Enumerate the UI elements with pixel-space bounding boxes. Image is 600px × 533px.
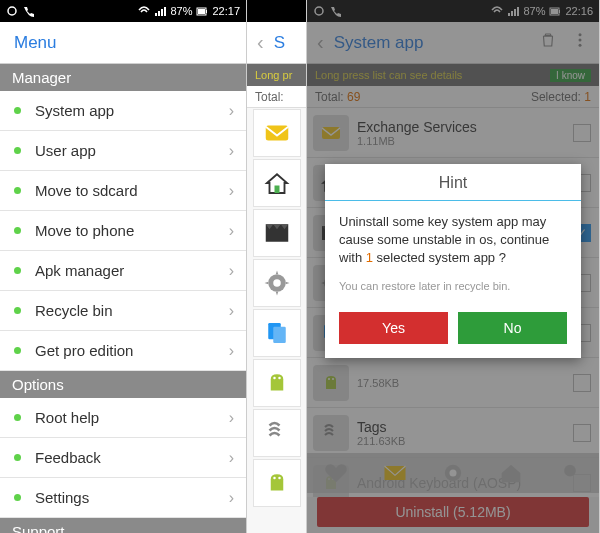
menu-item-label: Root help bbox=[35, 409, 99, 426]
menu-item-label: Apk manager bbox=[35, 262, 124, 279]
signal-icon bbox=[154, 5, 166, 17]
chevron-right-icon: › bbox=[229, 142, 234, 160]
menu-item-label: Settings bbox=[35, 489, 89, 506]
dialog-body: Uninstall some key system app may cause … bbox=[325, 201, 581, 280]
menu-item[interactable]: Apk manager› bbox=[0, 251, 246, 291]
svg-point-13 bbox=[273, 477, 276, 480]
menu-item[interactable]: Move to sdcard› bbox=[0, 171, 246, 211]
svg-rect-5 bbox=[274, 186, 279, 194]
bullet-icon bbox=[14, 347, 21, 354]
bullet-icon bbox=[14, 147, 21, 154]
bullet-icon bbox=[14, 414, 21, 421]
menu-title: Menu bbox=[0, 22, 246, 64]
bullet-icon bbox=[14, 107, 21, 114]
app-icon[interactable] bbox=[253, 259, 301, 307]
screen-list-sliver: ‹ S Long pr Total: bbox=[247, 0, 307, 533]
chevron-right-icon: › bbox=[229, 449, 234, 467]
header-title-cut: S bbox=[274, 33, 285, 53]
menu-item-label: Get pro edition bbox=[35, 342, 133, 359]
menu-item-label: Recycle bin bbox=[35, 302, 113, 319]
app-icon[interactable] bbox=[253, 459, 301, 507]
back-icon[interactable]: ‹ bbox=[257, 31, 264, 54]
bullet-icon bbox=[14, 267, 21, 274]
app-icon[interactable] bbox=[253, 359, 301, 407]
menu-item[interactable]: User app› bbox=[0, 131, 246, 171]
menu-item[interactable]: System app› bbox=[0, 91, 246, 131]
total-bar: Total: bbox=[247, 86, 306, 108]
battery-pct: 87% bbox=[170, 5, 192, 17]
chevron-right-icon: › bbox=[229, 102, 234, 120]
svg-rect-4 bbox=[265, 126, 288, 141]
menu-item[interactable]: Settings› bbox=[0, 478, 246, 518]
menu-item[interactable]: Root help› bbox=[0, 398, 246, 438]
screen-menu: 87% 22:17 Menu ManagerSystem app›User ap… bbox=[0, 0, 247, 533]
svg-rect-3 bbox=[206, 10, 207, 13]
hint-dialog: Hint Uninstall some key system app may c… bbox=[325, 164, 581, 358]
dialog-no-button[interactable]: No bbox=[458, 312, 567, 344]
svg-point-0 bbox=[8, 7, 16, 15]
svg-point-12 bbox=[278, 377, 281, 380]
svg-point-8 bbox=[273, 279, 281, 287]
app-icon[interactable] bbox=[253, 109, 301, 157]
chevron-right-icon: › bbox=[229, 409, 234, 427]
dialog-note: You can restore later in recycle bin. bbox=[325, 280, 581, 304]
menu-item[interactable]: Move to phone› bbox=[0, 211, 246, 251]
dialog-yes-button[interactable]: Yes bbox=[339, 312, 448, 344]
chevron-right-icon: › bbox=[229, 222, 234, 240]
menu-item[interactable]: Get pro edition› bbox=[0, 331, 246, 371]
status-bar bbox=[247, 0, 306, 22]
chevron-right-icon: › bbox=[229, 302, 234, 320]
menu-item-label: Move to sdcard bbox=[35, 182, 138, 199]
section-header: Support bbox=[0, 518, 246, 533]
app-icon[interactable] bbox=[253, 409, 301, 457]
menu-item-label: System app bbox=[35, 102, 114, 119]
chevron-right-icon: › bbox=[229, 262, 234, 280]
svg-point-14 bbox=[278, 477, 281, 480]
menu-item[interactable]: Feedback› bbox=[0, 438, 246, 478]
bullet-icon bbox=[14, 227, 21, 234]
camera-icon bbox=[6, 5, 18, 17]
section-header: Manager bbox=[0, 64, 246, 91]
svg-point-11 bbox=[273, 377, 276, 380]
bullet-icon bbox=[14, 187, 21, 194]
bullet-icon bbox=[14, 307, 21, 314]
app-icon[interactable] bbox=[253, 159, 301, 207]
app-header: ‹ S bbox=[247, 22, 306, 64]
svg-rect-2 bbox=[198, 9, 205, 14]
battery-icon bbox=[196, 5, 208, 17]
chevron-right-icon: › bbox=[229, 182, 234, 200]
wifi-icon bbox=[138, 5, 150, 17]
menu-item-label: Feedback bbox=[35, 449, 101, 466]
menu-item-label: User app bbox=[35, 142, 96, 159]
chevron-right-icon: › bbox=[229, 489, 234, 507]
app-icon[interactable] bbox=[253, 309, 301, 357]
svg-rect-10 bbox=[273, 327, 286, 343]
app-icon[interactable] bbox=[253, 209, 301, 257]
bullet-icon bbox=[14, 454, 21, 461]
menu-item-label: Move to phone bbox=[35, 222, 134, 239]
clock: 22:17 bbox=[212, 5, 240, 17]
bullet-icon bbox=[14, 494, 21, 501]
section-header: Options bbox=[0, 371, 246, 398]
screen-system-app: 87% 22:16 ‹ System app Long press list c… bbox=[307, 0, 600, 533]
status-bar: 87% 22:17 bbox=[0, 0, 246, 22]
menu-item[interactable]: Recycle bin› bbox=[0, 291, 246, 331]
chevron-right-icon: › bbox=[229, 342, 234, 360]
hint-bar: Long pr bbox=[247, 64, 306, 86]
phone-icon bbox=[22, 5, 34, 17]
dialog-title: Hint bbox=[325, 164, 581, 201]
